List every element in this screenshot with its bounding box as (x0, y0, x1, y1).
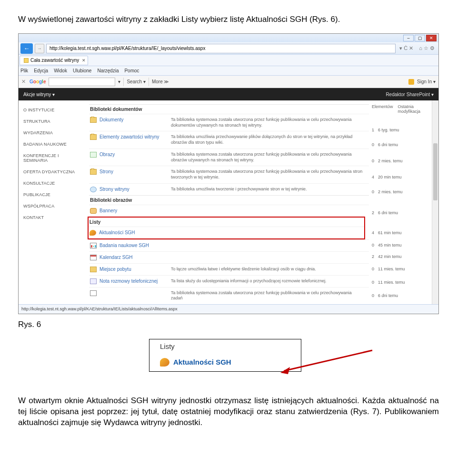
image-icon (90, 152, 97, 158)
library-name[interactable]: Dokumenty (99, 117, 171, 122)
library-name[interactable]: Kalendarz SGH (99, 255, 171, 260)
google-toolbar: ✕ Google ▾ Search ▾ More ≫ Sign In ▾ (19, 76, 438, 88)
library-row[interactable]: Bannery (89, 205, 369, 217)
library-desc: Ta biblioteka systemowa została utworzon… (171, 290, 368, 301)
maximize-button[interactable]: ▢ (415, 35, 425, 41)
library-row[interactable]: Obrazy Ta biblioteka systemowa została u… (89, 149, 369, 166)
library-row[interactable]: Miejsce pobytu To łącze umożliwia łatwe … (89, 263, 369, 275)
sidebar-item[interactable]: BADANIA NAUKOWE (19, 139, 86, 150)
folder-icon (90, 117, 97, 123)
banner-icon (90, 208, 97, 214)
library-desc: To łącze umożliwia łatwe i efektywne śle… (171, 267, 368, 272)
browser-status-bar: http://kolegia.test.nt.sgh.waw.pl/pl/KAE… (19, 304, 438, 314)
address-input[interactable]: http://kolegia.test.nt.sgh.waw.pl/pl/KAE… (46, 44, 396, 53)
sidebar-item[interactable]: KONSULTACJE (19, 178, 86, 189)
menu-item[interactable]: Narzędzia (97, 68, 119, 73)
address-tool-icons[interactable]: ⌂ ☆ ⚙ (417, 45, 437, 51)
library-row-aktualnosci[interactable]: Aktualności SGH (89, 227, 364, 238)
sidebar-item[interactable]: OFERTA DYDAKTYCZNA (19, 166, 86, 178)
google-signin-button[interactable]: Sign In ▾ (417, 79, 436, 84)
sharepoint-main: Biblioteki dokumentów Dokumenty Ta bibli… (86, 100, 438, 304)
library-name[interactable]: Bannery (99, 208, 171, 213)
svg-marker-1 (280, 367, 290, 374)
highlight-box: Listy Aktualności SGH (88, 217, 365, 239)
toolbar-close-icon[interactable]: ✕ (21, 79, 27, 85)
library-desc: Ta lista służy do udostępniania informac… (171, 278, 368, 284)
menu-item[interactable]: Widok (54, 68, 67, 73)
zoom-aktualnosci-row[interactable]: Aktualności SGH (149, 355, 301, 371)
library-row[interactable]: Strony Ta biblioteka systemowa została u… (89, 166, 369, 183)
library-row[interactable]: Badania naukowe SGH (89, 239, 369, 251)
menu-item[interactable]: Plik (20, 68, 28, 73)
library-desc: Ta biblioteka systemowa została utworzon… (171, 169, 368, 180)
zoom-aktualnosci-link[interactable]: Aktualności SGH (173, 358, 231, 366)
zoom-crop: Listy Aktualności SGH (149, 339, 301, 372)
library-name[interactable]: Strony (99, 169, 171, 174)
menu-item[interactable]: Pomoc (124, 68, 139, 73)
vertical-scrollbar[interactable] (432, 100, 438, 304)
sharepoint-list-column: Biblioteki dokumentów Dokumenty Ta bibli… (86, 100, 372, 304)
tab-close-icon[interactable]: ✕ (82, 58, 86, 63)
sidebar-item[interactable]: WSPÓŁPRACA (19, 200, 86, 212)
svg-line-0 (284, 350, 372, 371)
library-row[interactable]: Elementy zawartości witryny Ta bibliotek… (89, 131, 369, 148)
google-search-button[interactable]: Search ▾ (127, 79, 145, 84)
forward-button[interactable]: → (35, 44, 44, 53)
library-desc: Ta biblioteka systemowa została utworzon… (171, 152, 368, 163)
announcement-icon (89, 230, 96, 236)
window-chrome: – ▢ ✕ (19, 34, 438, 42)
favicon-icon (24, 58, 29, 63)
library-name[interactable]: Badania naukowe SGH (99, 243, 171, 248)
tab-title: Cała zawartość witryny (30, 58, 79, 63)
column-header-count: Elementów (372, 104, 393, 114)
sharepoint-meta-column: Elementów Ostatnia modyfikacja 16 tyg. t… (372, 100, 438, 304)
library-name[interactable]: Nota rozmowy telefonicznej (99, 278, 171, 284)
section-header-listy: Listy (89, 218, 364, 227)
minimize-button[interactable]: – (403, 35, 414, 41)
library-name[interactable]: Elementy zawartości witryny (99, 134, 171, 139)
google-label: Google (30, 79, 46, 84)
page-icon (90, 290, 97, 296)
screenshot-browser-window: – ▢ ✕ ← → http://kolegia.test.nt.sgh.waw… (18, 33, 439, 314)
menu-item[interactable]: Ulubione (73, 68, 91, 73)
folder-icon (90, 169, 97, 175)
library-row[interactable]: Ta biblioteka systemowa została utworzon… (89, 287, 369, 304)
library-name[interactable]: Obrazy (99, 152, 171, 157)
sidebar-item[interactable]: KONTAKT (19, 212, 86, 223)
library-desc: Ta biblioteka systemowa została utworzon… (171, 117, 368, 128)
address-right-icons: ▾ Ċ ✕ (397, 45, 415, 51)
announcement-icon (160, 358, 169, 367)
calendar-icon (90, 255, 97, 260)
library-desc: Ta biblioteka umożliwia tworzenie i prze… (171, 187, 368, 192)
library-row[interactable]: Kalendarz SGH (89, 251, 369, 263)
sharepoint-body: O INSTYTUCIE STRUKTURA WYDARZENIA BADANI… (19, 100, 438, 304)
browser-menu-bar: Plik Edycja Widok Ulubione Narzędzia Pom… (19, 66, 438, 76)
google-more-button[interactable]: More ≫ (152, 79, 169, 84)
sidebar-item[interactable]: KONFERENCJE I SEMINARIA (19, 150, 86, 166)
sidebar-item[interactable]: STRUKTURA (19, 116, 86, 127)
library-name[interactable]: Aktualności SGH (99, 230, 170, 235)
library-row[interactable]: Strony witryny Ta biblioteka umożliwia t… (89, 183, 369, 195)
sidebar-item[interactable]: O INSTYTUCIE (19, 104, 86, 116)
close-button[interactable]: ✕ (426, 35, 437, 41)
menu-item[interactable]: Edycja (34, 68, 48, 73)
chart-icon (90, 243, 97, 248)
browser-tab[interactable]: Cała zawartość witryny ✕ (20, 56, 88, 65)
column-header-modified: Ostatnia modyfikacja (398, 104, 435, 114)
location-icon (90, 267, 97, 272)
user-menu[interactable]: Redaktor SharePoint ▾ (386, 92, 434, 97)
library-name[interactable]: Miejsce pobytu (99, 267, 171, 272)
intro-paragraph: W wyświetlonej zawartości witryny z zakł… (18, 14, 439, 25)
phone-icon (90, 278, 97, 284)
sidebar-item[interactable]: PUBLIKACJE (19, 189, 86, 200)
library-name[interactable]: Strony witryny (99, 187, 171, 192)
library-row[interactable]: Nota rozmowy telefonicznej Ta lista służ… (89, 275, 369, 287)
sidebar-item[interactable]: WYDARZENIA (19, 127, 86, 139)
library-row[interactable]: Dokumenty Ta biblioteka systemowa został… (89, 114, 369, 131)
section-header: Biblioteki dokumentów (89, 104, 369, 114)
address-bar-row: ← → http://kolegia.test.nt.sgh.waw.pl/pl… (19, 42, 438, 55)
google-search-input[interactable] (49, 78, 115, 86)
site-actions-button[interactable]: Akcje witryny ▾ (23, 92, 55, 97)
back-button[interactable]: ← (20, 43, 33, 54)
red-arrow-icon (279, 348, 375, 377)
